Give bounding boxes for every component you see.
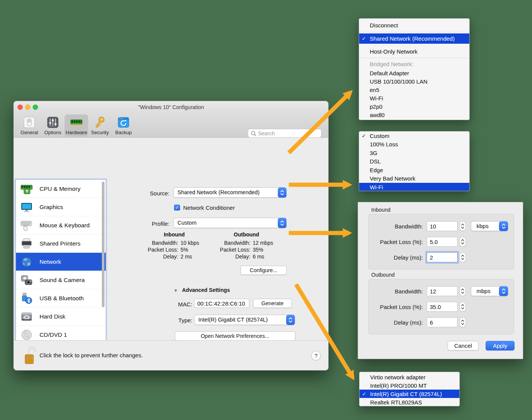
source-label: Source:: [139, 190, 169, 197]
configure-button[interactable]: Configure...: [241, 266, 287, 275]
help-button[interactable]: ?: [311, 351, 321, 360]
checkmark-icon: ✓: [362, 133, 366, 139]
generate-button[interactable]: Generate: [253, 299, 292, 308]
sidebar-item-label: Shared Printers: [40, 240, 81, 247]
profile-dropdown[interactable]: Custom: [173, 218, 287, 228]
cancel-button[interactable]: Cancel: [448, 341, 478, 350]
stepper-control[interactable]: [459, 286, 466, 296]
close-button[interactable]: [17, 105, 23, 110]
inbound-bandwidth-input[interactable]: [427, 221, 458, 231]
menu-item-intel-gigabit-ct[interactable]: ✓Intel(R) Gigabit CT (82574L): [359, 390, 459, 398]
mac-address-input[interactable]: [194, 299, 249, 308]
menu-item-en5[interactable]: en5: [359, 86, 469, 94]
profile-label: Profile:: [139, 220, 169, 227]
outbound-packet-loss-input[interactable]: [427, 302, 458, 312]
sidebar-item-sound-camera[interactable]: Sound & Camera: [16, 271, 106, 289]
menu-item-profile-wifi[interactable]: Wi-Fi: [359, 183, 469, 191]
title-bar[interactable]: "Windows 10" Configuration: [14, 101, 328, 113]
menu-separator: [359, 32, 469, 32]
sidebar-item-usb-bluetooth[interactable]: USB & Bluetooth: [16, 289, 106, 307]
sidebar-scrollbar[interactable]: [102, 182, 104, 307]
menu-item-default-adapter[interactable]: Default Adapter: [359, 69, 469, 77]
delay-label: Delay (ms):: [371, 319, 423, 326]
menu-item-shared-network[interactable]: ✓Shared Network (Recommended): [359, 33, 469, 44]
minimize-button[interactable]: [25, 105, 30, 110]
dropdown-caret-icon: [499, 286, 508, 296]
hardware-icon: [70, 116, 83, 129]
menu-item-label: DSL: [370, 158, 381, 165]
network-conditioner-checkbox[interactable]: ✓: [174, 204, 180, 211]
menu-item-label: en5: [370, 87, 379, 93]
stat-label: Packet Loss:: [211, 246, 250, 253]
stat-value: 5%: [180, 246, 188, 253]
toolbar-tab-security[interactable]: Security: [88, 114, 112, 136]
source-value: Shared Network (Recommended): [177, 189, 260, 195]
sidebar-item-hard-disk[interactable]: Hard Disk: [16, 307, 106, 326]
open-network-preferences-button[interactable]: Open Network Preferences...: [175, 331, 295, 341]
sidebar-item-label: Hard Disk: [40, 313, 65, 320]
menu-item-label: Shared Network (Recommended): [370, 35, 454, 42]
source-dropdown[interactable]: Shared Network (Recommended): [173, 187, 287, 198]
stepper-control[interactable]: [459, 252, 466, 262]
unlocked-padlock-icon[interactable]: [24, 347, 37, 365]
stepper-control[interactable]: [459, 237, 466, 247]
toolbar-tab-options[interactable]: Options: [41, 114, 65, 136]
network-globe-icon: [21, 256, 33, 268]
sidebar-item-network[interactable]: Network: [16, 253, 106, 271]
menu-item-100-loss[interactable]: 100% Loss: [359, 140, 469, 149]
stepper-control[interactable]: [459, 317, 466, 327]
stepper-control[interactable]: [459, 221, 466, 231]
type-dropdown[interactable]: Intel(R) Gigabit CT (82574L): [194, 315, 295, 325]
toolbar-tab-hardware[interactable]: Hardware: [65, 114, 88, 136]
menu-item-intel-pro-1000[interactable]: Intel(R) PRO/1000 MT: [359, 381, 459, 390]
disclosure-triangle-icon[interactable]: ▼: [174, 288, 178, 293]
network-conditioner-label: Network Conditioner: [183, 204, 235, 211]
stat-label: Packet Loss:: [139, 246, 178, 253]
outbound-delay-input[interactable]: [427, 317, 458, 327]
menu-item-virtio[interactable]: Virtio network adapter: [359, 373, 459, 381]
stat-value: 6 ms: [253, 253, 264, 260]
menu-item-realtek[interactable]: Realtek RTL8029AS: [359, 398, 459, 406]
inbound-packet-loss-input[interactable]: [427, 237, 458, 247]
outbound-unit-dropdown[interactable]: mbps: [471, 286, 508, 296]
search-field[interactable]: [248, 129, 321, 138]
menu-item-label: Intel(R) PRO/1000 MT: [370, 382, 427, 389]
toolbar-tab-label: Backup: [115, 130, 131, 135]
usb-bluetooth-icon: [21, 292, 33, 304]
menu-item-awdl0[interactable]: awdl0: [359, 111, 469, 119]
menu-item-label: Edge: [370, 167, 383, 173]
stepper-control[interactable]: [459, 302, 466, 312]
menu-item-custom[interactable]: ✓Custom: [359, 132, 469, 140]
sidebar-item-label: Network: [40, 258, 61, 265]
menu-item-wifi[interactable]: Wi-Fi: [359, 94, 469, 102]
checkmark-icon: ✓: [362, 36, 366, 41]
outbound-bandwidth-input[interactable]: [427, 286, 458, 296]
menu-item-very-bad-network[interactable]: Very Bad Network: [359, 174, 469, 183]
dropdown-caret-icon: [278, 187, 287, 198]
menu-item-3g[interactable]: 3G: [359, 149, 469, 157]
menu-item-disconnect[interactable]: Disconnect: [359, 20, 469, 31]
menu-item-host-only-network[interactable]: Host-Only Network: [359, 46, 469, 57]
menu-item-dsl[interactable]: DSL: [359, 157, 469, 166]
toolbar-tab-label: Security: [91, 130, 109, 135]
general-icon: [23, 116, 36, 129]
sidebar-item-graphics[interactable]: Graphics: [16, 198, 106, 216]
inbound-header: Inbound: [139, 231, 209, 238]
menu-item-label: Intel(R) Gigabit CT (82574L): [370, 391, 442, 397]
sidebar-item-cpu-memory[interactable]: cpu CPU & Memory: [16, 180, 106, 198]
toolbar-tab-backup[interactable]: Backup: [112, 114, 135, 136]
sound-camera-icon: [21, 274, 33, 286]
apply-button[interactable]: Apply: [486, 341, 515, 350]
menu-item-usb-lan[interactable]: USB 10/100/1000 LAN: [359, 77, 469, 86]
menu-item-edge[interactable]: Edge: [359, 166, 469, 174]
menu-item-p2p0[interactable]: p2p0: [359, 102, 469, 111]
sidebar-item-label: Graphics: [40, 204, 63, 211]
sidebar-item-shared-printers[interactable]: Shared Printers: [16, 235, 106, 253]
toolbar-tab-general[interactable]: General: [17, 114, 41, 136]
inbound-unit-dropdown[interactable]: kbps: [471, 221, 508, 231]
search-input[interactable]: [258, 129, 319, 137]
sidebar-item-mouse-keyboard[interactable]: Mouse & Keyboard: [16, 216, 106, 235]
zoom-button[interactable]: [33, 105, 38, 110]
inbound-delay-input[interactable]: [427, 252, 458, 262]
dropdown-caret-icon: [499, 221, 508, 231]
